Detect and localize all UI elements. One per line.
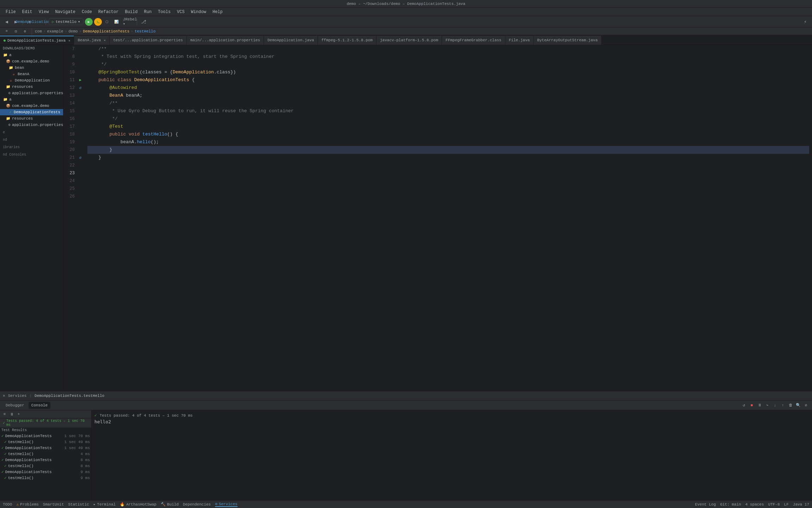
status-indent[interactable]: 4 spaces [745, 502, 764, 507]
bottom-tab-console[interactable]: Console [29, 402, 50, 409]
tab-ffmpegframegrabber[interactable]: FFmpegFrameGrabber.class [442, 36, 505, 45]
menu-window[interactable]: Window [188, 9, 209, 15]
toolbar-back-btn[interactable]: ◀ [3, 18, 11, 26]
test-node-3a[interactable]: ✓ testHello() 8 ms [0, 463, 91, 469]
console-pause-btn[interactable]: ⏸ [756, 402, 763, 409]
test-node-4[interactable]: ✓ DemoApplicationTests 9 ms [0, 469, 91, 475]
menu-edit[interactable]: Edit [19, 9, 35, 15]
tree-test-resources[interactable]: 📁 resources [0, 115, 63, 122]
test-node-4a[interactable]: ✓ testHello() 9 ms [0, 475, 91, 481]
tree-resources[interactable]: 📁 resources [0, 84, 63, 90]
menu-run[interactable]: Run [141, 9, 154, 15]
tree-bean[interactable]: 📁 bean [0, 65, 63, 71]
status-git[interactable]: Git: main [720, 502, 741, 507]
tab-main-props[interactable]: main/...application.properties [187, 36, 264, 45]
rerun-testhello-icon[interactable]: ↺ [79, 155, 82, 161]
test-add-btn[interactable]: + [16, 411, 22, 417]
tab-file[interactable]: File.java [505, 36, 534, 45]
tab-test-props[interactable]: test/...application.properties [110, 36, 187, 45]
test-node-1a[interactable]: ✓ testHello() 1 sec 49 ms [0, 439, 91, 445]
test-filter-btn[interactable]: ≡ [1, 411, 8, 417]
status-build[interactable]: 🔨 Build [161, 502, 179, 507]
test-node-1[interactable]: ✓ DemoApplicationTests 1 sec 70 ms [0, 433, 91, 439]
toolbar-coverage-btn[interactable]: ⬡ [103, 18, 111, 26]
status-smartunit[interactable]: SmartUnit [43, 502, 64, 507]
status-dependencies[interactable]: Dependencies [183, 502, 211, 507]
gutter-rerun-21[interactable]: ↺ [78, 154, 83, 162]
run-button[interactable]: ▶ [85, 18, 93, 26]
breadcrumb-split-btn[interactable]: ⊟ [12, 28, 20, 35]
tab-demo-app[interactable]: DemoApplication.java [264, 36, 318, 45]
test-node-3[interactable]: ✓ DemoApplicationTests 8 ms [0, 457, 91, 463]
status-statistic[interactable]: Statistic [68, 502, 89, 507]
tab-close-2[interactable]: ✕ [104, 38, 105, 42]
test-node-2a[interactable]: ✓ testHello() 4 ms [0, 451, 91, 457]
console-rerun-btn[interactable]: ↺ [741, 402, 747, 409]
run-config-selector[interactable]: ▷ testHello ▾ [49, 18, 84, 25]
toolbar-extra-btn[interactable]: ⚡ [801, 18, 809, 26]
breadcrumb-example[interactable]: example [47, 29, 63, 34]
test-pause-btn[interactable]: ⏸ [8, 411, 15, 417]
tree-com-example-demo[interactable]: 📦 com.example.demo [0, 58, 63, 65]
runner-tab-label[interactable]: DemoApplicationTests.testHello [35, 394, 104, 398]
console-step-out-btn[interactable]: ↑ [780, 402, 786, 409]
toolbar-commit-btn[interactable]: ⎇ [140, 18, 148, 26]
tree-demo-app-tests[interactable]: ✓ DemoApplicationTests [0, 109, 63, 115]
tab-bytearrayoutputstream[interactable]: ByteArrayOutputStream.java [534, 36, 602, 45]
console-filter-btn[interactable]: ⊘ [803, 402, 809, 409]
status-encoding[interactable]: UTF-8 [768, 502, 780, 507]
tree-demoapplication[interactable]: ☕ DemoApplication [0, 77, 63, 84]
tree-test-root[interactable]: 📁 a [0, 96, 63, 103]
menu-refactor[interactable]: Refactor [96, 9, 122, 15]
tab-beana[interactable]: BeanA.java ✕ [74, 36, 109, 45]
tree-src-main[interactable]: 📁 a [0, 52, 63, 58]
debug-button[interactable]: 🐛 [94, 18, 102, 26]
menu-file[interactable]: File [3, 9, 19, 15]
console-stop-btn[interactable]: ■ [749, 402, 755, 409]
rerun-test-icon[interactable]: ↺ [79, 85, 82, 91]
tab-close-1[interactable]: ✕ [68, 39, 70, 43]
breadcrumb-class[interactable]: DemoApplicationTests [83, 29, 129, 34]
tree-beana[interactable]: ☕ BeanA [0, 71, 63, 77]
tab-demo-application-tests[interactable]: DemoApplicationTests.java ✕ [0, 36, 74, 45]
menu-build[interactable]: Build [122, 9, 140, 15]
status-todo[interactable]: TODO [3, 502, 12, 507]
status-problems[interactable]: ⚠ Problems [16, 502, 38, 507]
menu-navigate[interactable]: Navigate [52, 9, 78, 15]
menu-help[interactable]: Help [210, 9, 226, 15]
run-test-icon[interactable]: ▶ [79, 77, 82, 83]
status-java[interactable]: Java 17 [793, 502, 809, 507]
status-arthas[interactable]: 🔥 ArthasHotSwap [120, 502, 156, 507]
editor-area[interactable]: 7 8 9 10 11 12 13 14 15 16 17 18 19 20 2… [63, 45, 812, 391]
jrebel-btn[interactable]: JRebel ▾ [126, 18, 134, 26]
runner-close-btn[interactable]: ✕ [3, 393, 5, 398]
breadcrumb-collapse-btn[interactable]: ≡ [3, 28, 11, 35]
code-lines[interactable]: /** * Test with Spring integration test,… [85, 45, 812, 200]
tree-test-com[interactable]: 📦 com.example.demo [0, 103, 63, 109]
status-event-log[interactable]: Event Log [695, 502, 716, 507]
menu-view[interactable]: View [36, 9, 52, 15]
breadcrumb-method[interactable]: testHello [135, 29, 155, 34]
toolbar-breadcrumb-demo[interactable]: DemoApplicationTests [35, 18, 43, 26]
services-tab-label[interactable]: Services [8, 394, 27, 398]
test-node-2[interactable]: ✓ DemoApplicationTests 1 sec 49 ms [0, 445, 91, 451]
bottom-tab-debugger[interactable]: Debugger [3, 402, 27, 409]
console-search-btn[interactable]: 🔍 [795, 402, 801, 409]
menu-vcs[interactable]: VCS [174, 9, 187, 15]
console-clear-btn[interactable]: 🗑 [787, 402, 794, 409]
breadcrumb-gear-btn[interactable]: ⚙ [21, 28, 29, 35]
tab-ffmpeg[interactable]: ffmpeg-5.1.2-1.5.8.pom [318, 36, 376, 45]
toolbar-profile-btn[interactable]: 📊 [112, 18, 120, 26]
tab-javacv[interactable]: javacv-platform-1.5.8.pom [376, 36, 442, 45]
tree-app-props[interactable]: ⚙ application.properties [0, 90, 63, 96]
console-step-into-btn[interactable]: ↓ [772, 402, 778, 409]
breadcrumb-demo[interactable]: demo [68, 29, 78, 34]
gutter-run-11[interactable]: ▶ [78, 76, 83, 84]
tree-test-props[interactable]: ⚙ application.properties [0, 122, 63, 128]
status-services[interactable]: ⚙ Services [215, 502, 237, 507]
menu-code[interactable]: Code [79, 9, 95, 15]
status-terminal[interactable]: ▸ Terminal [93, 502, 116, 507]
console-step-over-btn[interactable]: ↷ [764, 402, 770, 409]
gutter-rerun-12[interactable]: ↺ [78, 84, 83, 92]
breadcrumb-com[interactable]: com [35, 29, 42, 34]
